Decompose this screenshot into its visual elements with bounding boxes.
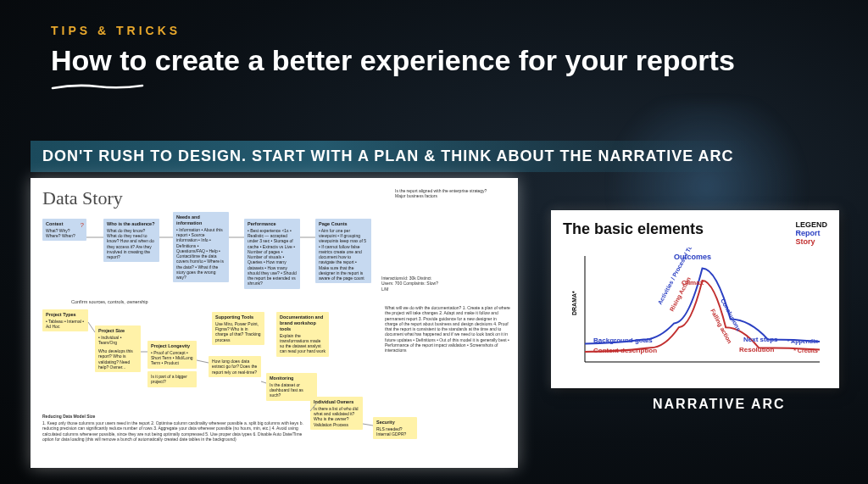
- legend-story: Story: [795, 237, 827, 246]
- section-subheading: DON'T RUSH TO DESIGN. START WITH A PLAN …: [31, 141, 753, 172]
- arc-card-title: The basic elements: [563, 220, 827, 238]
- narrative-arc-chart: DRAMA* Outcomes Climax Activities / Proc…: [570, 248, 824, 375]
- slide-header: TIPS & TRICKS How to create a better exp…: [51, 24, 735, 77]
- lbl-credits: * Credits: [793, 348, 818, 353]
- arc-legend: LEGEND Report Story: [795, 220, 827, 246]
- lbl-context: Context description: [593, 347, 657, 354]
- legend-report: Report: [795, 229, 827, 237]
- data-story-card: Data Story Is the report aligned with th…: [31, 178, 518, 468]
- narrative-arc-card: The basic elements LEGEND Report Story D…: [551, 210, 839, 388]
- y-axis-label: DRAMA*: [571, 291, 577, 315]
- lbl-bg-goals: Background goals: [593, 337, 653, 344]
- title-underline: [51, 80, 144, 88]
- page-title: How to create a better experience for yo…: [51, 44, 735, 77]
- legend-head: LEGEND: [795, 220, 827, 229]
- arc-caption: NARRATIVE ARC: [653, 397, 786, 412]
- eyebrow: TIPS & TRICKS: [51, 24, 735, 37]
- lbl-resolution: Resolution: [739, 346, 774, 353]
- lbl-next: Next steps: [743, 336, 778, 343]
- lbl-appendix: * Appendix: [787, 338, 818, 345]
